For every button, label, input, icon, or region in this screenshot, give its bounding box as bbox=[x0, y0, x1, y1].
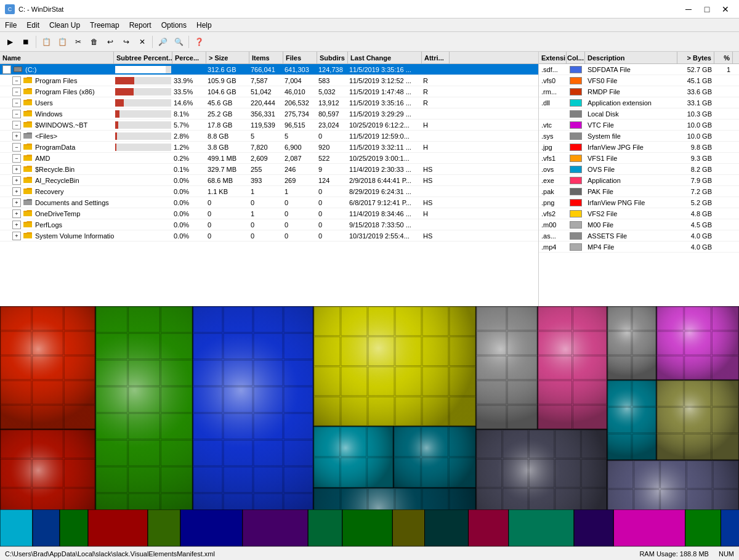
tree-cell-attrib: HS bbox=[422, 166, 450, 173]
tree-cell-bar bbox=[114, 110, 172, 118]
tree-cell-name: +System Volume Information bbox=[0, 232, 114, 240]
expand-button[interactable]: + bbox=[12, 232, 21, 240]
tree-row[interactable]: −Windows8.1%25.2 GB356,331275,73480,5971… bbox=[0, 108, 538, 120]
expand-button[interactable]: − bbox=[12, 110, 21, 118]
toolbar-btn-copy[interactable]: 📋 bbox=[39, 34, 54, 49]
tree-row[interactable]: −ProgramData1.2%3.8 GB7,8206,90092011/5/… bbox=[0, 142, 538, 153]
col-subdirs[interactable]: Subdirs bbox=[317, 52, 348, 63]
tree-row[interactable]: −(C:)312.6 GB766,041641,303124,73811/5/2… bbox=[0, 64, 538, 75]
ext-row[interactable]: .sdf...SDFDATA File52.7 GB1 bbox=[539, 64, 739, 75]
menu-treemap[interactable]: Treemap bbox=[85, 20, 124, 31]
ext-col-color[interactable]: Col... bbox=[567, 52, 585, 63]
ext-row[interactable]: .rm...RMDP File33.6 GB bbox=[539, 86, 739, 97]
toolbar-btn-stop[interactable]: ⏹ bbox=[18, 34, 33, 49]
tree-cell-perc: 0.0% bbox=[172, 177, 206, 184]
ext-row[interactable]: .vtcVTC File10.0 GB bbox=[539, 120, 739, 131]
toolbar-btn-zoom-in[interactable]: 🔎 bbox=[155, 34, 170, 49]
ext-row[interactable]: Local Disk10.3 GB bbox=[539, 108, 739, 120]
toolbar-btn-help[interactable]: ❓ bbox=[192, 34, 206, 49]
tree-row[interactable]: +$Recycle.Bin0.1%329.7 MB255246911/4/201… bbox=[0, 164, 538, 175]
tree-row[interactable]: +<Files>2.8%8.8 GB55011/5/2019 12:59:0..… bbox=[0, 131, 538, 142]
expand-button[interactable]: − bbox=[12, 76, 21, 85]
ext-col-desc[interactable]: Description bbox=[585, 52, 677, 63]
expand-button[interactable]: − bbox=[2, 65, 11, 74]
folder-yellow-icon bbox=[23, 221, 32, 229]
ext-row[interactable]: .mp4MP4 File4.0 GB bbox=[539, 241, 739, 253]
ext-row[interactable]: .as...ASSETS File4.0 GB bbox=[539, 230, 739, 241]
tree-row[interactable]: −Program Files (x86)33.5%104.6 GB51,0424… bbox=[0, 86, 538, 97]
expand-button[interactable]: − bbox=[12, 99, 21, 107]
tree-cell-perc: 8.1% bbox=[172, 110, 206, 118]
toolbar-btn-zoom-out[interactable]: 🔍 bbox=[171, 34, 186, 49]
col-attrib[interactable]: Attri... bbox=[422, 52, 450, 63]
tree-row[interactable]: +PerfLogs0.0%00009/15/2018 7:33:50 ... bbox=[0, 219, 538, 230]
tree-cell-attrib: HS bbox=[422, 232, 450, 240]
tree-cell-perc: 0.1% bbox=[172, 166, 206, 173]
col-size[interactable]: > Size bbox=[206, 52, 249, 63]
ext-row[interactable]: .pngIrfanView PNG File5.2 GB bbox=[539, 197, 739, 208]
col-items[interactable]: Items bbox=[249, 52, 283, 63]
titlebar-controls[interactable]: ─ □ ✕ bbox=[680, 3, 734, 15]
toolbar-btn-redo[interactable]: ↪ bbox=[119, 34, 134, 49]
expand-button[interactable]: + bbox=[12, 176, 21, 185]
expand-button[interactable]: − bbox=[12, 143, 21, 152]
minimize-button[interactable]: ─ bbox=[680, 3, 697, 15]
toolbar-btn-cut[interactable]: ✂ bbox=[71, 34, 86, 49]
expand-button[interactable]: − bbox=[12, 87, 21, 96]
ext-row[interactable]: .vfs1VFS1 File9.3 GB bbox=[539, 153, 739, 164]
col-subtreepct[interactable]: Subtree Percent... bbox=[114, 52, 172, 63]
ext-row[interactable]: .jpgIrfanView JPG File9.8 GB bbox=[539, 142, 739, 153]
expand-button[interactable]: + bbox=[12, 198, 21, 207]
col-lastchange[interactable]: Last Change bbox=[348, 52, 422, 63]
menu-edit[interactable]: Edit bbox=[22, 20, 44, 31]
col-files[interactable]: Files bbox=[283, 52, 317, 63]
col-name[interactable]: Name bbox=[0, 52, 114, 63]
ext-cell-pct: 1 bbox=[714, 66, 733, 73]
tree-row[interactable]: −$WINDOWS.~BT5.7%17.8 GB119,53996,51523,… bbox=[0, 120, 538, 131]
treemap-visualization[interactable] bbox=[0, 306, 739, 546]
tree-row[interactable]: +Recovery0.0%1.1 KB1108/29/2019 6:24:31 … bbox=[0, 186, 538, 197]
expand-button[interactable]: + bbox=[12, 187, 21, 196]
menu-help[interactable]: Help bbox=[192, 20, 217, 31]
tree-cell-name: −ProgramData bbox=[0, 143, 114, 152]
close-button[interactable]: ✕ bbox=[717, 3, 734, 15]
menu-cleanup[interactable]: Clean Up bbox=[44, 20, 85, 31]
tree-row[interactable]: +Documents and Settings0.0%00006/8/2017 … bbox=[0, 197, 538, 208]
menu-file[interactable]: File bbox=[0, 20, 22, 31]
expand-button[interactable]: + bbox=[12, 165, 21, 174]
tree-cell-bar bbox=[114, 66, 172, 73]
ext-row[interactable]: .vfs0VFS0 File45.1 GB bbox=[539, 75, 739, 86]
tree-row[interactable]: +OneDriveTemp0.0%010011/4/2019 8:34:46 .… bbox=[0, 208, 538, 219]
toolbar-btn-undo[interactable]: ↩ bbox=[103, 34, 118, 49]
toolbar-btn-close[interactable]: ✕ bbox=[135, 34, 150, 49]
expand-button[interactable]: + bbox=[12, 132, 21, 140]
ext-row[interactable]: .sysSystem file10.0 GB bbox=[539, 131, 739, 142]
expand-button[interactable]: + bbox=[12, 209, 21, 218]
tree-row[interactable]: +System Volume Information0.0%000010/31/… bbox=[0, 230, 538, 241]
ext-cell-desc: VTC File bbox=[585, 121, 677, 129]
ext-row[interactable]: .exeApplication7.9 GB bbox=[539, 175, 739, 186]
ext-col-ext[interactable]: Extensi... bbox=[539, 52, 567, 63]
ext-row[interactable]: .pakPAK File7.2 GB bbox=[539, 186, 739, 197]
tree-row[interactable]: −Users14.6%45.6 GB220,444206,53213,91211… bbox=[0, 97, 538, 108]
ext-col-bytes[interactable]: > Bytes bbox=[677, 52, 714, 63]
toolbar-btn-delete[interactable]: 🗑 bbox=[87, 34, 102, 49]
ext-row[interactable]: .ovsOVS File8.2 GB bbox=[539, 164, 739, 175]
ext-row[interactable]: .vfs2VFS2 File4.8 GB bbox=[539, 208, 739, 219]
maximize-button[interactable]: □ bbox=[698, 3, 716, 15]
expand-button[interactable]: + bbox=[12, 221, 21, 229]
ext-row[interactable]: .m00M00 File4.5 GB bbox=[539, 219, 739, 230]
expand-button[interactable]: − bbox=[12, 154, 21, 163]
ext-row[interactable]: .dllApplication extension33.1 GB bbox=[539, 97, 739, 108]
tree-row[interactable]: +AI_RecycleBin0.0%68.6 MB3932691242/9/20… bbox=[0, 175, 538, 186]
toolbar-btn-run[interactable]: ▶ bbox=[2, 34, 17, 49]
col-perc[interactable]: Perce... bbox=[172, 52, 206, 63]
expand-button[interactable]: − bbox=[12, 121, 21, 129]
menu-options[interactable]: Options bbox=[156, 20, 192, 31]
tree-row[interactable]: −AMD0.2%499.1 MB2,6092,08752210/25/2019 … bbox=[0, 153, 538, 164]
menu-report[interactable]: Report bbox=[124, 20, 156, 31]
ext-cell-bytes: 7.2 GB bbox=[677, 188, 714, 195]
ext-col-pct[interactable]: % bbox=[714, 52, 733, 63]
toolbar-btn-copy2[interactable]: 📋 bbox=[55, 34, 70, 49]
tree-row[interactable]: −Program Files33.9%105.9 GB7,5877,004583… bbox=[0, 75, 538, 86]
